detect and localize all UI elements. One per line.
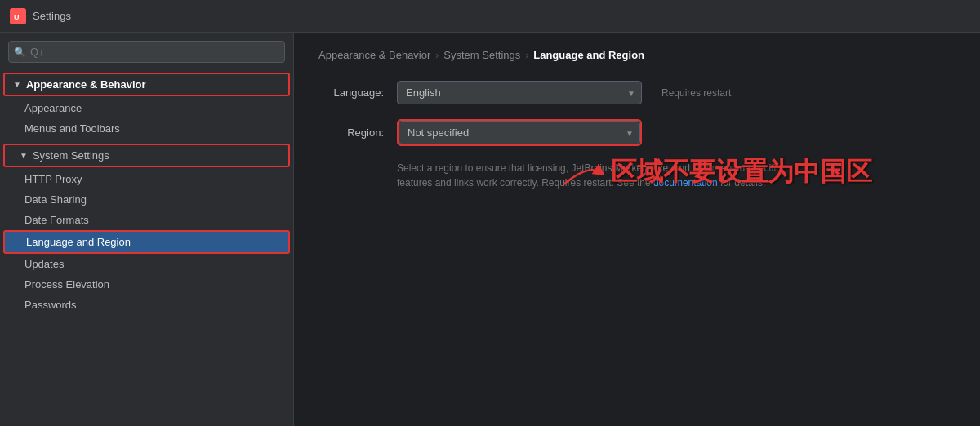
region-label: Region: [318, 126, 384, 139]
search-icon: 🔍 [14, 47, 26, 58]
region-row: Region: Not specified China United State… [318, 119, 956, 146]
sidebar-item-data-sharing[interactable]: Data Sharing [0, 189, 293, 210]
breadcrumb-separator-2: › [525, 50, 528, 61]
sidebar-sub-header-label: System Settings [33, 149, 109, 162]
requires-restart-note: Requires restart [662, 87, 731, 99]
sidebar-section-system: ▼ System Settings HTTP Proxy Data Sharin… [0, 140, 293, 317]
language-row: Language: English System Default ▼ Requi… [318, 81, 956, 104]
sidebar-group-system-settings[interactable]: ▼ System Settings [3, 144, 290, 167]
sidebar-item-passwords[interactable]: Passwords [0, 295, 293, 315]
search-box: 🔍 [8, 41, 285, 63]
chevron-down-icon: ▼ [20, 151, 28, 160]
breadcrumb: Appearance & Behavior › System Settings … [318, 49, 956, 61]
settings-form: Language: English System Default ▼ Requi… [318, 81, 956, 190]
breadcrumb-item-2: System Settings [443, 49, 520, 61]
sidebar-item-process-elevation[interactable]: Process Elevation [0, 274, 293, 295]
sidebar-group-label: Appearance & Behavior [26, 78, 146, 91]
chevron-down-icon: ▼ [13, 80, 21, 89]
app-logo: U [10, 8, 26, 24]
sidebar-group-appearance-behavior[interactable]: ▼ Appearance & Behavior [3, 73, 290, 96]
sidebar-section-appearance: ▼ Appearance & Behavior Appearance Menus… [0, 69, 293, 140]
documentation-link[interactable]: documentation [653, 177, 718, 189]
content-area: Appearance & Behavior › System Settings … [294, 33, 980, 426]
sidebar: 🔍 ▼ Appearance & Behavior Appearance Men… [0, 33, 294, 426]
title-bar: U Settings [0, 0, 980, 33]
language-label: Language: [318, 87, 384, 99]
sidebar-item-appearance[interactable]: Appearance [0, 98, 293, 118]
sidebar-item-language-region[interactable]: Language and Region [3, 230, 290, 254]
region-select[interactable]: Not specified China United States United… [399, 121, 640, 144]
sidebar-item-updates[interactable]: Updates [0, 254, 293, 274]
content-wrapper: Appearance & Behavior › System Settings … [318, 49, 956, 190]
sidebar-item-date-formats[interactable]: Date Formats [0, 210, 293, 230]
region-description: Select a region to ensure that licensing… [397, 161, 789, 190]
breadcrumb-item-1: Appearance & Behavior [318, 49, 430, 61]
breadcrumb-item-3: Language and Region [533, 49, 644, 61]
sidebar-item-menus-toolbars[interactable]: Menus and Toolbars [0, 118, 293, 139]
language-select-wrapper: English System Default ▼ [397, 81, 642, 104]
language-select[interactable]: English System Default [397, 81, 642, 104]
region-select-wrapper: Not specified China United States United… [397, 119, 642, 146]
sidebar-item-http-proxy[interactable]: HTTP Proxy [0, 169, 293, 189]
svg-text:U: U [14, 13, 20, 21]
search-input[interactable] [8, 41, 285, 63]
region-description-end: for details. [720, 177, 765, 189]
window-title: Settings [33, 10, 71, 22]
main-layout: 🔍 ▼ Appearance & Behavior Appearance Men… [0, 33, 980, 426]
breadcrumb-separator-1: › [435, 50, 439, 61]
